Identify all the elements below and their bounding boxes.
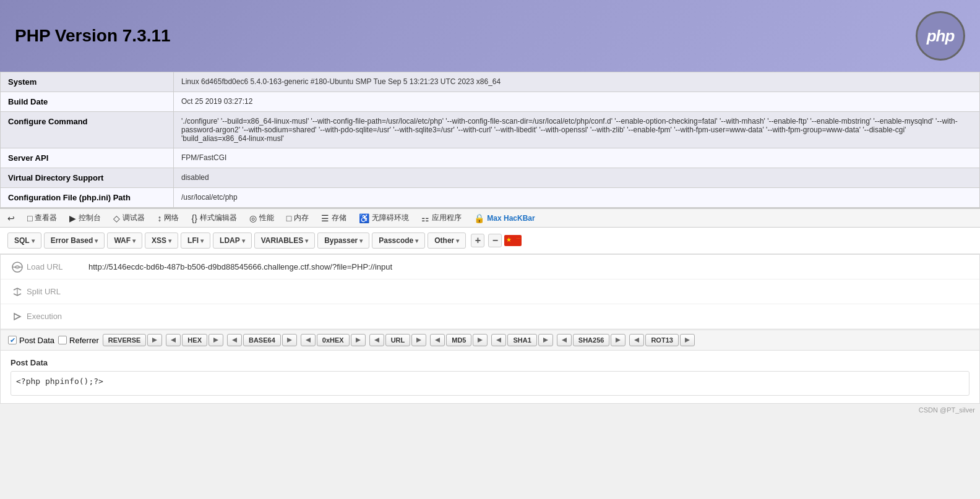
table-value-3: FPM/FastCGI — [174, 148, 980, 168]
table-value-5: /usr/local/etc/php — [174, 188, 980, 208]
menu-lfi-label: LFI — [187, 236, 199, 245]
toolbar-storage[interactable]: ☰ 存储 — [319, 211, 349, 224]
load-url-icon[interactable] — [8, 262, 27, 273]
toolbar-console[interactable]: ▶ 控制台 — [67, 211, 103, 224]
toolbar-style-editor[interactable]: {} 样式编辑器 — [189, 211, 239, 224]
base64-arrow-left[interactable] — [227, 334, 242, 346]
md5-button[interactable]: MD5 — [446, 334, 471, 346]
url-encode-button[interactable]: URL — [385, 334, 411, 346]
menu-waf-label: WAF — [114, 236, 131, 245]
menu-passcode[interactable]: Passcode ▾ — [372, 232, 425, 249]
rot13-arrow-right[interactable] — [680, 334, 695, 346]
toolbar-applications[interactable]: ⚏ 应用程序 — [419, 211, 464, 224]
remove-menu-button[interactable]: − — [488, 234, 502, 247]
menu-plus-minus: + − — [471, 234, 502, 247]
hex-arrow-right[interactable] — [208, 334, 223, 346]
toolbar-hackbar[interactable]: 🔒 Max HacKBar — [471, 212, 537, 224]
add-menu-button[interactable]: + — [471, 234, 484, 247]
table-row: SystemLinux 6d465fbd0ec6 5.4.0-163-gener… — [1, 72, 980, 92]
base64-encode-pair: BASE64 — [227, 334, 297, 346]
reverse-button[interactable]: REVERSE — [103, 334, 147, 346]
toolbar-performance[interactable]: ◎ 性能 — [247, 211, 277, 224]
menu-xss-arrow: ▾ — [168, 237, 171, 244]
menu-variables[interactable]: VARIABLES ▾ — [254, 232, 315, 249]
sha1-encode-pair: SHA1 — [491, 334, 552, 346]
svg-marker-15 — [543, 338, 548, 343]
svg-marker-17 — [616, 338, 621, 343]
split-url-label: Split URL — [27, 287, 88, 296]
svg-marker-9 — [356, 338, 361, 343]
url-arrow-left[interactable] — [369, 334, 384, 346]
post-section-label: Post Data — [11, 358, 969, 367]
sha256-arrow-left[interactable] — [557, 334, 572, 346]
sha256-button[interactable]: SHA256 — [573, 334, 610, 346]
referrer-check[interactable]: Referrer — [58, 336, 99, 345]
performance-icon: ◎ — [249, 213, 257, 223]
0xhex-arrow-left[interactable] — [301, 334, 316, 346]
post-data-checkbox[interactable]: ✔ — [8, 336, 17, 344]
toolbar-viewer[interactable]: □ 查看器 — [25, 211, 59, 224]
applications-icon: ⚏ — [421, 213, 429, 223]
table-label-3: Server API — [1, 148, 174, 168]
base64-arrow-right[interactable] — [282, 334, 297, 346]
toolbar-accessibility[interactable]: ♿ 无障碍环境 — [356, 211, 411, 224]
menu-xss[interactable]: XSS ▾ — [145, 232, 178, 249]
menu-bypasser[interactable]: Bypasser ▾ — [317, 232, 369, 249]
post-data-input[interactable]: <?php phpinfo();?> — [11, 371, 969, 396]
lock-icon: 🔒 — [474, 213, 484, 223]
referrer-checkbox[interactable] — [58, 336, 67, 344]
toolbar-back[interactable]: ↩ — [5, 212, 17, 224]
sha256-encode-pair: SHA256 — [557, 334, 626, 346]
svg-marker-10 — [374, 338, 379, 343]
toolbar-style-editor-label: 样式编辑器 — [200, 213, 237, 223]
rot13-encode-pair: ROT13 — [629, 334, 694, 346]
url-arrow-right[interactable] — [411, 334, 426, 346]
menu-xss-label: XSS — [152, 236, 166, 245]
rot13-arrow-left[interactable] — [629, 334, 644, 346]
main-panel: Load URL http://5146ecdc-bd6b-487b-b506-… — [0, 254, 980, 404]
toolbar-network-label: 网络 — [164, 213, 179, 223]
toolbar: ↩ □ 查看器 ▶ 控制台 ◇ 调试器 ↕ 网络 {} 样式编辑器 ◎ 性能 □… — [0, 208, 980, 228]
reverse-arrow-right[interactable] — [147, 334, 162, 346]
0xhex-arrow-right[interactable] — [351, 334, 366, 346]
post-data-check[interactable]: ✔ Post Data — [8, 336, 54, 345]
toolbar-debugger-label: 调试器 — [123, 213, 145, 223]
execution-icon[interactable] — [8, 311, 27, 322]
viewer-icon: □ — [27, 213, 32, 223]
0xhex-encode-pair: 0xHEX — [301, 334, 366, 346]
load-url-label: Load URL — [27, 262, 88, 271]
php-header: PHP Version 7.3.11 php — [0, 0, 980, 72]
hex-button[interactable]: HEX — [182, 334, 207, 346]
menu-sql[interactable]: SQL ▾ — [7, 232, 41, 249]
toolbar-network[interactable]: ↕ 网络 — [155, 211, 181, 224]
toolbar-memory[interactable]: □ 内存 — [284, 211, 311, 224]
rot13-button[interactable]: ROT13 — [645, 334, 678, 346]
menu-other[interactable]: Other ▾ — [428, 232, 466, 249]
svg-marker-14 — [496, 338, 501, 343]
md5-arrow-right[interactable] — [473, 334, 488, 346]
table-label-0: System — [1, 72, 174, 92]
hex-arrow-left[interactable] — [166, 334, 181, 346]
reverse-encode-pair: REVERSE — [103, 334, 163, 346]
sha1-arrow-left[interactable] — [491, 334, 506, 346]
menu-waf[interactable]: WAF ▾ — [107, 232, 142, 249]
table-row: Virtual Directory Supportdisabled — [1, 168, 980, 188]
split-url-icon[interactable] — [8, 286, 27, 297]
base64-button[interactable]: BASE64 — [243, 334, 281, 346]
table-row: Configure Command'./configure' '--build=… — [1, 112, 980, 148]
menu-other-label: Other — [434, 236, 454, 245]
md5-arrow-left[interactable] — [430, 334, 445, 346]
menu-lfi[interactable]: LFI ▾ — [181, 232, 210, 249]
0xhex-button[interactable]: 0xHEX — [317, 334, 350, 346]
sha256-arrow-right[interactable] — [611, 334, 625, 346]
menubar: SQL ▾ Error Based ▾ WAF ▾ XSS ▾ LFI ▾ LD… — [0, 228, 980, 254]
sha1-button[interactable]: SHA1 — [507, 334, 536, 346]
url-section: Load URL http://5146ecdc-bd6b-487b-b506-… — [1, 255, 979, 330]
menu-error-based[interactable]: Error Based ▾ — [44, 232, 105, 249]
toolbar-viewer-label: 查看器 — [35, 213, 57, 223]
console-icon: ▶ — [69, 213, 76, 223]
sha1-arrow-right[interactable] — [538, 334, 553, 346]
toolbar-debugger[interactable]: ◇ 调试器 — [111, 211, 147, 224]
language-flag[interactable] — [504, 235, 522, 246]
menu-ldap[interactable]: LDAP ▾ — [213, 232, 252, 249]
